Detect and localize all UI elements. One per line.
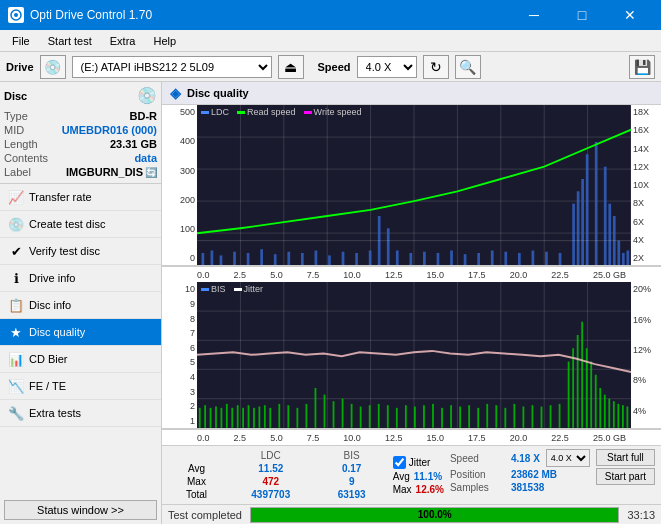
svg-rect-19 <box>220 255 223 265</box>
sidebar: Disc 💿 Type BD-R MID UMEBDR016 (000) Len… <box>0 82 162 524</box>
ldc-max: 472 <box>225 475 317 488</box>
menu-extra[interactable]: Extra <box>102 33 144 49</box>
svg-rect-92 <box>342 399 344 428</box>
eject-btn[interactable]: ⏏ <box>278 55 304 79</box>
menu-file[interactable]: File <box>4 33 38 49</box>
speed-label: Speed <box>318 61 351 73</box>
svg-rect-54 <box>617 241 620 266</box>
jitter-legend: Jitter <box>234 284 264 294</box>
bis-avg: 0.17 <box>317 462 387 475</box>
disc-label-row: Label IMGBURN_DIS 🔄 <box>4 165 157 179</box>
close-btn[interactable]: ✕ <box>607 0 653 30</box>
sidebar-item-extra-tests[interactable]: 🔧 Extra tests <box>0 400 161 427</box>
disc-label-edit-icon[interactable]: 🔄 <box>145 167 157 178</box>
svg-rect-80 <box>248 405 250 428</box>
svg-rect-48 <box>581 179 584 265</box>
svg-rect-82 <box>258 407 260 428</box>
time-display: 33:13 <box>627 509 655 521</box>
jitter-checkbox[interactable] <box>393 456 406 469</box>
position-row: Position 23862 MB <box>450 469 590 480</box>
speed-select[interactable]: 4.0 X <box>357 56 417 78</box>
disc-mid-label: MID <box>4 124 24 136</box>
svg-rect-78 <box>237 405 239 428</box>
bis-max: 9 <box>317 475 387 488</box>
disc-mid-val: UMEBDR016 (000) <box>62 124 157 136</box>
ldc-total: 4397703 <box>225 488 317 501</box>
chart-header-icon: ◈ <box>170 85 181 101</box>
sidebar-item-create-test-disc-label: Create test disc <box>29 218 105 230</box>
svg-rect-21 <box>247 253 250 265</box>
svg-rect-127 <box>613 402 615 428</box>
svg-rect-89 <box>315 388 317 428</box>
disc-panel-icon: 💿 <box>137 86 157 105</box>
svg-rect-85 <box>278 404 280 428</box>
samples-label: Samples <box>450 482 505 493</box>
svg-rect-101 <box>423 405 425 428</box>
bottom-chart-y-left: 10987654321 <box>162 282 197 428</box>
svg-rect-74 <box>215 407 217 428</box>
sidebar-item-fe-te[interactable]: 📉 FE / TE <box>0 373 161 400</box>
row-max-label: Max <box>168 475 225 488</box>
sidebar-item-drive-info[interactable]: ℹ Drive info <box>0 265 161 292</box>
svg-rect-107 <box>477 408 479 428</box>
nav-list: 📈 Transfer rate 💿 Create test disc ✔ Ver… <box>0 184 161 427</box>
refresh-btn[interactable]: ↻ <box>423 55 449 79</box>
disc-type-row: Type BD-R <box>4 109 157 123</box>
sidebar-item-disc-info[interactable]: 📋 Disc info <box>0 292 161 319</box>
svg-rect-117 <box>568 362 570 428</box>
jitter-max-row: Max 12.6% <box>393 484 444 495</box>
svg-rect-26 <box>315 250 318 265</box>
svg-point-1 <box>14 13 18 17</box>
jitter-avg-row: Avg 11.1% <box>393 471 444 482</box>
info-btn[interactable]: 💾 <box>629 55 655 79</box>
svg-rect-122 <box>590 362 592 428</box>
bis-legend: BIS <box>201 284 226 294</box>
sidebar-item-verify-test-disc[interactable]: ✔ Verify test disc <box>0 238 161 265</box>
sidebar-item-disc-quality[interactable]: ★ Disc quality <box>0 319 161 346</box>
status-window-btn[interactable]: Status window >> <box>4 500 157 520</box>
disc-length-row: Length 23.31 GB <box>4 137 157 151</box>
svg-rect-120 <box>581 322 583 428</box>
extra-tests-icon: 🔧 <box>8 405 24 421</box>
menu-help[interactable]: Help <box>145 33 184 49</box>
svg-rect-125 <box>604 395 606 428</box>
sidebar-item-create-test-disc[interactable]: 💿 Create test disc <box>0 211 161 238</box>
svg-rect-49 <box>586 154 589 265</box>
sidebar-item-cd-bier[interactable]: 📊 CD Bier <box>0 346 161 373</box>
maximize-btn[interactable]: □ <box>559 0 605 30</box>
minimize-btn[interactable]: ─ <box>511 0 557 30</box>
top-chart: 5004003002001000 LDC Read speed <box>162 105 661 266</box>
start-full-btn[interactable]: Start full <box>596 449 655 466</box>
start-part-btn[interactable]: Start part <box>596 468 655 485</box>
svg-rect-79 <box>242 408 244 428</box>
svg-rect-56 <box>626 250 629 265</box>
svg-rect-109 <box>495 405 497 428</box>
jitter-avg-label: Avg <box>393 471 410 482</box>
svg-rect-111 <box>513 404 515 428</box>
disc-type-val: BD-R <box>130 110 158 122</box>
sidebar-item-transfer-rate[interactable]: 📈 Transfer rate <box>0 184 161 211</box>
svg-rect-81 <box>253 408 255 428</box>
svg-rect-41 <box>504 252 507 266</box>
stats-panel: LDC BIS Avg 11.52 0.17 Max 472 9 Total <box>162 445 661 504</box>
read-speed-legend: Read speed <box>237 107 296 117</box>
top-chart-y-right: 18X16X14X12X10X8X6X4X2X <box>631 105 661 265</box>
sidebar-item-disc-info-label: Disc info <box>29 299 71 311</box>
samples-val: 381538 <box>511 482 544 493</box>
progress-text: 100.0% <box>251 508 618 522</box>
menu-start-test[interactable]: Start test <box>40 33 100 49</box>
svg-rect-113 <box>532 405 534 428</box>
disc-type-label: Type <box>4 110 28 122</box>
svg-rect-119 <box>577 335 579 428</box>
speed-dropdown[interactable]: 4.0 X <box>546 449 590 467</box>
svg-rect-45 <box>559 253 562 265</box>
main-layout: Disc 💿 Type BD-R MID UMEBDR016 (000) Len… <box>0 82 661 524</box>
svg-rect-116 <box>559 404 561 428</box>
sidebar-item-cd-bier-label: CD Bier <box>29 353 68 365</box>
svg-rect-22 <box>260 249 263 265</box>
svg-rect-25 <box>301 253 304 265</box>
drive-select[interactable]: (E:) ATAPI iHBS212 2 5L09 <box>72 56 272 78</box>
scan-btn[interactable]: 🔍 <box>455 55 481 79</box>
position-val: 23862 MB <box>511 469 557 480</box>
svg-rect-35 <box>423 252 426 266</box>
